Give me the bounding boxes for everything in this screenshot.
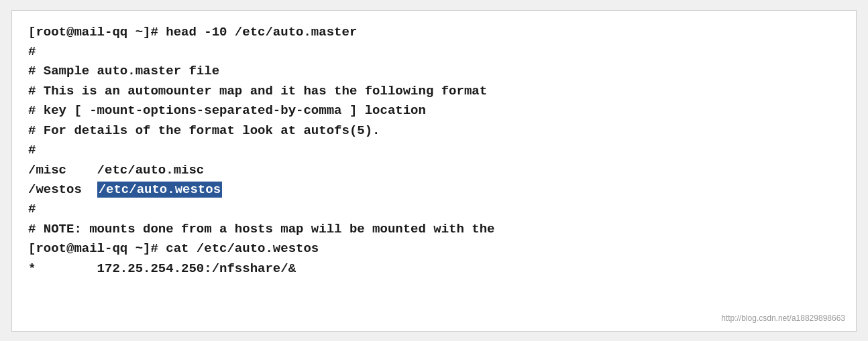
terminal-line-12: [root@mail-qq ~]# cat /etc/auto.westos bbox=[28, 239, 840, 259]
terminal-line-7: # bbox=[28, 141, 840, 160]
terminal-line-2: # bbox=[28, 42, 840, 62]
terminal-line-6: # For details of the format look at auto… bbox=[28, 121, 840, 141]
terminal-line-9: /westos /etc/auto.westos bbox=[28, 180, 840, 200]
terminal-line-5: # key [ -mount-options-separated-by-comm… bbox=[28, 101, 840, 121]
terminal-window: [root@mail-qq ~]# head -10 /etc/auto.mas… bbox=[11, 10, 857, 332]
terminal-line-10: # bbox=[28, 200, 840, 219]
terminal-line-4: # This is an automounter map and it has … bbox=[28, 82, 840, 101]
terminal-line-1: [root@mail-qq ~]# head -10 /etc/auto.mas… bbox=[28, 23, 840, 42]
watermark: http://blog.csdn.net/a18829898663 bbox=[721, 314, 845, 323]
westos-prefix: /westos bbox=[28, 182, 97, 197]
terminal-line-13: * 172.25.254.250:/nfsshare/& bbox=[28, 259, 840, 279]
highlighted-path: /etc/auto.westos bbox=[97, 182, 222, 198]
terminal-line-11: # NOTE: mounts done from a hosts map wil… bbox=[28, 220, 840, 239]
terminal-line-3: # Sample auto.master file bbox=[28, 62, 840, 81]
terminal-line-8: /misc /etc/auto.misc bbox=[28, 161, 840, 180]
